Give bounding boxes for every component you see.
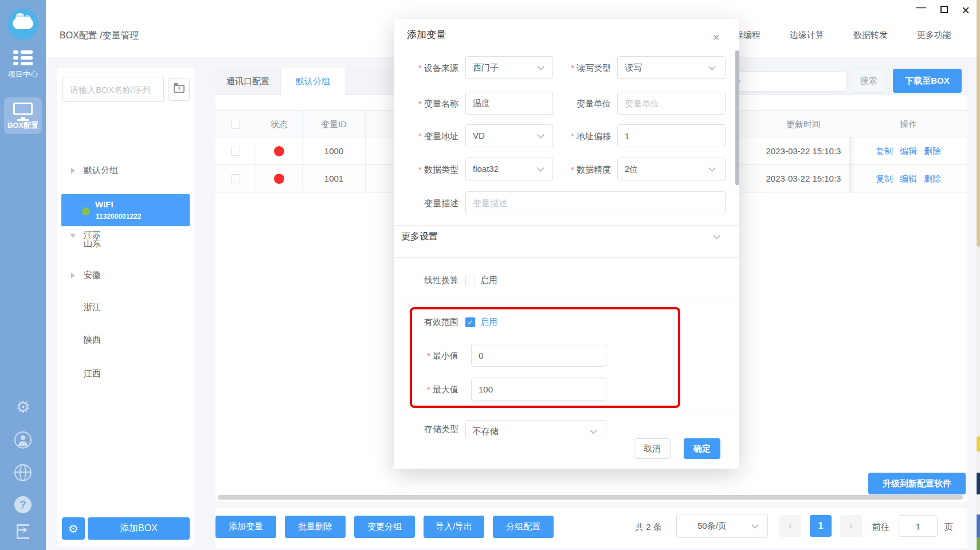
column-var-id: 变量ID <box>303 111 366 138</box>
tree-item-shaanxi[interactable]: 陕西 <box>57 330 194 349</box>
main-sidebar: Box Config 项目中心 BOX配置 ⚙ ? <box>0 0 46 550</box>
next-page-button[interactable]: › <box>840 515 862 537</box>
change-group-button[interactable]: 变更分组 <box>354 516 415 538</box>
current-page-button[interactable]: 1 <box>810 515 832 537</box>
device-source-label: 设备来源 <box>400 63 458 74</box>
edit-link[interactable]: 编辑 <box>900 174 917 183</box>
dialog-close-icon[interactable]: × <box>713 32 720 43</box>
user-account-icon[interactable] <box>13 431 33 452</box>
confirm-button[interactable]: 确定 <box>684 438 720 459</box>
tree-item-zhejiang[interactable]: 浙江 <box>57 297 194 317</box>
screen-edge-sliver <box>977 473 980 494</box>
dialog-scrollbar[interactable] <box>735 50 739 185</box>
page-unit-label: 页 <box>944 522 953 533</box>
sidebar-item-box-config[interactable]: BOX配置 <box>4 97 42 134</box>
storage-type-label: 存储类型 <box>400 424 458 435</box>
cell-var-id: 1001 <box>303 165 366 192</box>
copy-link[interactable]: 复制 <box>876 174 893 183</box>
chevron-right-icon <box>71 273 75 278</box>
fixed-column-shadow <box>849 165 855 192</box>
settings-wifi-icon[interactable]: ⚙ <box>13 398 33 419</box>
screen-edge-sliver <box>977 437 980 451</box>
storage-type-select[interactable]: 不存储 <box>465 420 606 437</box>
batch-delete-button[interactable]: 批量删除 <box>285 516 346 538</box>
delete-link[interactable]: 删除 <box>924 174 941 183</box>
online-status-dot <box>82 207 90 215</box>
add-box-button[interactable]: 添加BOX <box>88 517 190 540</box>
logout-icon[interactable] <box>13 524 33 545</box>
window-minimize-button[interactable]: — <box>916 1 926 13</box>
tree-item-jiangxi[interactable]: 江西 <box>57 364 194 383</box>
var-unit-input[interactable] <box>617 92 726 115</box>
prev-page-button[interactable]: ‹ <box>779 515 801 537</box>
download-to-box-button[interactable]: 下载至BOX <box>893 69 962 93</box>
tree-item-shandong[interactable]: 山东 <box>57 234 194 253</box>
copy-link[interactable]: 复制 <box>876 146 893 156</box>
var-desc-label: 变量描述 <box>400 198 458 209</box>
collapse-chevron-icon[interactable] <box>713 232 720 239</box>
sidebar-item-label: BOX配置 <box>4 120 42 131</box>
var-desc-input[interactable] <box>465 191 726 214</box>
box-search-input[interactable] <box>62 77 164 102</box>
more-settings-section-label: 更多设置 <box>401 231 438 243</box>
dialog-title: 添加变量 <box>407 28 446 41</box>
cancel-button[interactable]: 取消 <box>634 438 671 459</box>
goto-page-input[interactable] <box>899 515 938 537</box>
app-window: Box Config 项目中心 BOX配置 ⚙ ? <box>0 0 980 550</box>
globe-icon[interactable] <box>13 464 33 485</box>
select-all-checkbox[interactable] <box>231 120 240 129</box>
tree-item-wifi-selected[interactable]: WIFI 113200001222 <box>61 194 190 226</box>
precision-select[interactable]: 2位 <box>617 158 726 180</box>
linear-enable-label: 启用 <box>480 275 497 286</box>
horizontal-scrollbar[interactable] <box>218 495 963 500</box>
add-group-button[interactable] <box>168 78 190 101</box>
dialog-footer: 取消 确定 <box>394 437 739 469</box>
tree-item-default-group[interactable]: 默认分组 <box>57 160 194 180</box>
monitor-icon <box>13 103 33 115</box>
page-size-select[interactable]: 50条/页 <box>676 514 768 538</box>
help-icon[interactable]: ? <box>13 496 33 517</box>
nav-item-edge-computing[interactable]: 边缘计算 <box>790 30 824 41</box>
tree-item-anhui[interactable]: 安徽 <box>57 265 194 285</box>
rw-type-select[interactable]: 读写 <box>617 56 726 79</box>
fixed-column-shadow <box>849 138 855 165</box>
addr-offset-input[interactable] <box>617 124 726 147</box>
screen-edge-sliver <box>977 494 980 514</box>
tab-default-group[interactable]: 默认分组 <box>281 68 345 95</box>
header-checkbox-cell <box>215 111 256 138</box>
screen-edge-sliver <box>977 514 980 537</box>
var-unit-label: 变量单位 <box>554 99 611 109</box>
screen-edge-sliver <box>977 451 980 473</box>
var-name-input[interactable] <box>465 92 553 115</box>
nav-item-more-functions[interactable]: 更多功能 <box>917 30 951 41</box>
edit-link[interactable]: 编辑 <box>900 146 917 156</box>
add-variable-button[interactable]: 添加变量 <box>215 516 276 538</box>
tab-comm-port-config[interactable]: 通讯口配置 <box>215 68 281 95</box>
sidebar-item-label: 项目中心 <box>0 69 46 80</box>
upgrade-config-software-button[interactable]: 升级到新配置软件 <box>868 473 966 494</box>
import-export-button[interactable]: 导入/导出 <box>424 516 484 538</box>
column-operation: 操作 <box>849 111 967 138</box>
device-source-select[interactable]: 西门子 <box>465 56 553 79</box>
highlight-red-box <box>410 307 680 408</box>
data-type-select[interactable]: float32 <box>465 158 553 180</box>
sidebar-item-project-center[interactable]: 项目中心 <box>0 50 46 80</box>
nav-item-data-forwarding[interactable]: 数据转发 <box>853 30 888 41</box>
var-addr-select[interactable]: VD <box>465 124 553 147</box>
row-checkbox[interactable] <box>231 174 240 183</box>
cloud-logo-icon: Box Config <box>13 18 33 29</box>
window-maximize-button[interactable] <box>940 6 948 13</box>
row-checkbox[interactable] <box>231 147 240 156</box>
panel-settings-button[interactable]: ⚙ <box>62 517 85 540</box>
linear-conversion-label: 线性换算 <box>400 275 458 286</box>
cell-var-id: 1000 <box>303 138 366 165</box>
window-close-button[interactable]: × <box>962 2 970 18</box>
grid-icon <box>13 50 33 65</box>
search-button[interactable]: 搜索 <box>852 69 885 93</box>
folder-plus-icon <box>174 85 185 93</box>
chevron-down-icon <box>708 164 716 172</box>
linear-enable-checkbox[interactable] <box>465 276 475 285</box>
group-config-button[interactable]: 分组配置 <box>493 516 554 538</box>
status-dot-red <box>274 174 284 184</box>
delete-link[interactable]: 删除 <box>924 146 941 156</box>
